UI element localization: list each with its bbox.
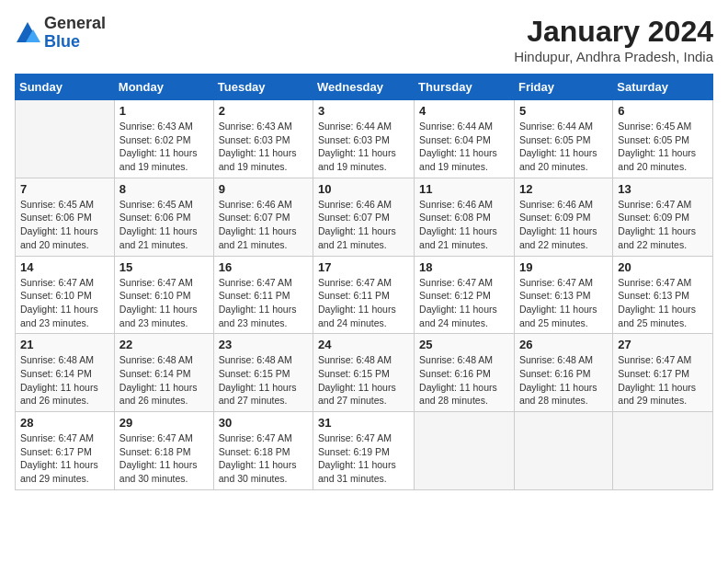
day-info: Sunrise: 6:44 AM Sunset: 6:04 PM Dayligh… — [419, 120, 509, 174]
calendar-cell: 5Sunrise: 6:44 AM Sunset: 6:05 PM Daylig… — [514, 100, 612, 178]
calendar-header: SundayMondayTuesdayWednesdayThursdayFrid… — [16, 75, 713, 100]
day-number: 3 — [318, 104, 409, 118]
day-info: Sunrise: 6:47 AM Sunset: 6:12 PM Dayligh… — [419, 276, 509, 330]
day-number: 14 — [20, 260, 109, 274]
day-number: 23 — [219, 338, 308, 351]
title-section: January 2024 Hindupur, Andhra Pradesh, I… — [514, 15, 713, 64]
day-number: 9 — [219, 182, 308, 196]
logo-text: General Blue — [44, 15, 106, 52]
day-info: Sunrise: 6:47 AM Sunset: 6:11 PM Dayligh… — [318, 276, 409, 330]
calendar-table: SundayMondayTuesdayWednesdayThursdayFrid… — [15, 74, 713, 490]
calendar-week-2: 7Sunrise: 6:45 AM Sunset: 6:06 PM Daylig… — [16, 178, 713, 256]
calendar-week-5: 28Sunrise: 6:47 AM Sunset: 6:17 PM Dayli… — [16, 412, 713, 490]
calendar-cell — [514, 412, 612, 490]
calendar-cell: 27Sunrise: 6:47 AM Sunset: 6:17 PM Dayli… — [613, 334, 713, 412]
day-info: Sunrise: 6:48 AM Sunset: 6:14 PM Dayligh… — [119, 353, 209, 408]
weekday-header-row: SundayMondayTuesdayWednesdayThursdayFrid… — [16, 75, 713, 100]
day-number: 27 — [618, 338, 708, 351]
calendar-cell: 29Sunrise: 6:47 AM Sunset: 6:18 PM Dayli… — [114, 412, 213, 490]
day-info: Sunrise: 6:47 AM Sunset: 6:13 PM Dayligh… — [519, 276, 608, 330]
day-number: 12 — [519, 182, 608, 196]
day-info: Sunrise: 6:43 AM Sunset: 6:03 PM Dayligh… — [219, 120, 308, 174]
day-number: 2 — [219, 104, 308, 118]
calendar-cell: 15Sunrise: 6:47 AM Sunset: 6:10 PM Dayli… — [114, 256, 213, 334]
calendar-cell — [16, 100, 115, 178]
logo-general: General — [44, 15, 106, 33]
calendar-cell: 26Sunrise: 6:48 AM Sunset: 6:16 PM Dayli… — [514, 334, 612, 412]
calendar-cell: 18Sunrise: 6:47 AM Sunset: 6:12 PM Dayli… — [415, 256, 515, 334]
day-number: 4 — [419, 104, 509, 118]
page-header: General Blue January 2024 Hindupur, Andh… — [15, 15, 713, 64]
day-number: 25 — [419, 338, 509, 351]
weekday-header-saturday: Saturday — [613, 75, 713, 100]
weekday-header-tuesday: Tuesday — [213, 75, 313, 100]
day-number: 31 — [318, 416, 409, 430]
day-info: Sunrise: 6:47 AM Sunset: 6:11 PM Dayligh… — [219, 276, 308, 330]
logo-blue: Blue — [44, 33, 106, 52]
calendar-cell: 9Sunrise: 6:46 AM Sunset: 6:07 PM Daylig… — [213, 178, 313, 256]
weekday-header-friday: Friday — [514, 75, 612, 100]
calendar-body: 1Sunrise: 6:43 AM Sunset: 6:02 PM Daylig… — [16, 100, 713, 490]
day-info: Sunrise: 6:47 AM Sunset: 6:17 PM Dayligh… — [618, 353, 708, 408]
calendar-cell: 14Sunrise: 6:47 AM Sunset: 6:10 PM Dayli… — [16, 256, 115, 334]
day-info: Sunrise: 6:47 AM Sunset: 6:10 PM Dayligh… — [119, 276, 209, 330]
day-number: 22 — [119, 338, 209, 351]
day-info: Sunrise: 6:46 AM Sunset: 6:09 PM Dayligh… — [519, 198, 608, 252]
day-number: 16 — [219, 260, 308, 274]
day-number: 19 — [519, 260, 608, 274]
calendar-cell: 20Sunrise: 6:47 AM Sunset: 6:13 PM Dayli… — [613, 256, 713, 334]
day-info: Sunrise: 6:46 AM Sunset: 6:07 PM Dayligh… — [219, 198, 308, 252]
day-info: Sunrise: 6:47 AM Sunset: 6:18 PM Dayligh… — [119, 431, 209, 486]
weekday-header-thursday: Thursday — [415, 75, 515, 100]
day-info: Sunrise: 6:48 AM Sunset: 6:15 PM Dayligh… — [219, 353, 308, 408]
month-title: January 2024 — [514, 15, 713, 49]
calendar-cell: 2Sunrise: 6:43 AM Sunset: 6:03 PM Daylig… — [213, 100, 313, 178]
calendar-week-1: 1Sunrise: 6:43 AM Sunset: 6:02 PM Daylig… — [16, 100, 713, 178]
day-info: Sunrise: 6:47 AM Sunset: 6:10 PM Dayligh… — [20, 276, 109, 330]
day-info: Sunrise: 6:44 AM Sunset: 6:03 PM Dayligh… — [318, 120, 409, 174]
weekday-header-monday: Monday — [114, 75, 213, 100]
calendar-cell: 30Sunrise: 6:47 AM Sunset: 6:18 PM Dayli… — [213, 412, 313, 490]
day-number: 26 — [519, 338, 608, 351]
day-number: 21 — [20, 338, 109, 351]
calendar-cell: 17Sunrise: 6:47 AM Sunset: 6:11 PM Dayli… — [313, 256, 415, 334]
calendar-cell: 28Sunrise: 6:47 AM Sunset: 6:17 PM Dayli… — [16, 412, 115, 490]
day-info: Sunrise: 6:47 AM Sunset: 6:18 PM Dayligh… — [219, 431, 308, 486]
day-number: 20 — [618, 260, 708, 274]
calendar-cell: 12Sunrise: 6:46 AM Sunset: 6:09 PM Dayli… — [514, 178, 612, 256]
day-number: 10 — [318, 182, 409, 196]
calendar-cell: 10Sunrise: 6:46 AM Sunset: 6:07 PM Dayli… — [313, 178, 415, 256]
calendar-cell: 22Sunrise: 6:48 AM Sunset: 6:14 PM Dayli… — [114, 334, 213, 412]
weekday-header-sunday: Sunday — [16, 75, 115, 100]
day-info: Sunrise: 6:48 AM Sunset: 6:16 PM Dayligh… — [519, 353, 608, 408]
weekday-header-wednesday: Wednesday — [313, 75, 415, 100]
day-number: 13 — [618, 182, 708, 196]
day-number: 15 — [119, 260, 209, 274]
day-info: Sunrise: 6:48 AM Sunset: 6:14 PM Dayligh… — [20, 353, 109, 408]
calendar-cell — [415, 412, 515, 490]
calendar-cell: 8Sunrise: 6:45 AM Sunset: 6:06 PM Daylig… — [114, 178, 213, 256]
day-info: Sunrise: 6:46 AM Sunset: 6:08 PM Dayligh… — [419, 198, 509, 252]
day-info: Sunrise: 6:47 AM Sunset: 6:13 PM Dayligh… — [618, 276, 708, 330]
calendar-cell: 3Sunrise: 6:44 AM Sunset: 6:03 PM Daylig… — [313, 100, 415, 178]
day-number: 6 — [618, 104, 708, 118]
logo: General Blue — [15, 15, 106, 52]
day-number: 17 — [318, 260, 409, 274]
calendar-cell: 24Sunrise: 6:48 AM Sunset: 6:15 PM Dayli… — [313, 334, 415, 412]
location-title: Hindupur, Andhra Pradesh, India — [514, 49, 713, 64]
day-number: 1 — [119, 104, 209, 118]
logo-icon — [15, 20, 40, 46]
calendar-cell: 16Sunrise: 6:47 AM Sunset: 6:11 PM Dayli… — [213, 256, 313, 334]
calendar-week-3: 14Sunrise: 6:47 AM Sunset: 6:10 PM Dayli… — [16, 256, 713, 334]
calendar-cell: 6Sunrise: 6:45 AM Sunset: 6:05 PM Daylig… — [613, 100, 713, 178]
calendar-cell: 21Sunrise: 6:48 AM Sunset: 6:14 PM Dayli… — [16, 334, 115, 412]
day-info: Sunrise: 6:44 AM Sunset: 6:05 PM Dayligh… — [519, 120, 608, 174]
day-number: 29 — [119, 416, 209, 430]
calendar-cell: 1Sunrise: 6:43 AM Sunset: 6:02 PM Daylig… — [114, 100, 213, 178]
calendar-cell: 23Sunrise: 6:48 AM Sunset: 6:15 PM Dayli… — [213, 334, 313, 412]
day-number: 8 — [119, 182, 209, 196]
calendar-cell: 31Sunrise: 6:47 AM Sunset: 6:19 PM Dayli… — [313, 412, 415, 490]
day-info: Sunrise: 6:46 AM Sunset: 6:07 PM Dayligh… — [318, 198, 409, 252]
day-info: Sunrise: 6:47 AM Sunset: 6:09 PM Dayligh… — [618, 198, 708, 252]
calendar-cell: 13Sunrise: 6:47 AM Sunset: 6:09 PM Dayli… — [613, 178, 713, 256]
